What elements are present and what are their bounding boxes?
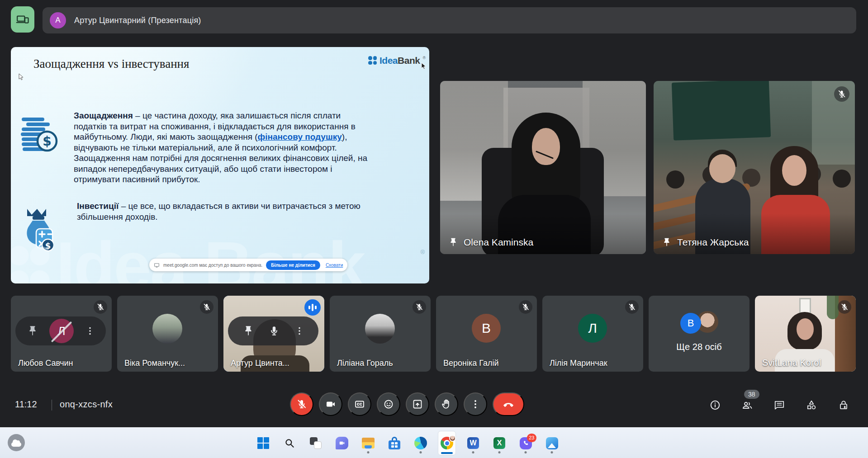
tile-name-row: Тетяна Жарська [662, 237, 749, 248]
edge-icon [414, 437, 427, 449]
mic-off-indicator [838, 300, 851, 314]
chat-bubble-icon [336, 437, 348, 449]
task-view-button[interactable] [307, 431, 325, 455]
word-button[interactable]: W [464, 431, 482, 455]
more-options-button[interactable] [464, 392, 487, 416]
more-people-label: Ще 28 осіб [649, 342, 749, 352]
person-face [797, 318, 814, 340]
student-silhouette [666, 170, 684, 189]
more-options-icon[interactable] [85, 326, 95, 336]
windows-taskbar: W X 23 УКР 11:12 22.03.2024 2 [0, 427, 868, 458]
chat-button[interactable] [773, 398, 785, 412]
savings-term: Заощадження [74, 111, 133, 120]
participant-tile-svitlana-korol[interactable]: SvitLana Korol [755, 296, 856, 372]
search-icon [284, 437, 295, 449]
avatar-letter: Л [57, 324, 65, 338]
more-options-icon[interactable] [294, 326, 304, 336]
mic-off-icon [296, 399, 307, 410]
pinned-tile-tetiana-zharska[interactable]: Тетяна Жарська [654, 81, 855, 254]
teams-chat-button[interactable] [333, 431, 351, 455]
financial-cushion-link[interactable]: фінансову подушку [258, 132, 342, 142]
weather-widget[interactable] [8, 434, 25, 451]
hand-icon [441, 398, 452, 410]
participant-tile-artur-speaking[interactable]: Артур Цвинта... [223, 296, 324, 372]
chrome-button-active[interactable] [438, 431, 456, 455]
present-button[interactable] [406, 392, 429, 416]
logo-registered-mark: ® [422, 56, 426, 60]
shapes-icon [806, 399, 817, 411]
student-front-left-face [709, 154, 735, 183]
call-controls [290, 392, 524, 416]
chalkboard-shape [672, 81, 771, 141]
activities-button[interactable] [806, 398, 817, 412]
investments-text: – це все, що вкладається в активи чи вит… [77, 201, 360, 222]
presenter-banner: A Артур Цвинтарний (Презентація) [43, 7, 856, 33]
mic-off-indicator [834, 86, 849, 102]
mic-off-icon [203, 303, 211, 311]
viber-unread-badge: 23 [527, 434, 536, 442]
stop-sharing-button[interactable]: Більше не ділитися [266, 260, 320, 270]
edge-button[interactable] [412, 431, 430, 455]
excel-button[interactable]: X [490, 431, 508, 455]
screen-share-indicator[interactable] [11, 6, 34, 33]
camera-icon [325, 399, 336, 410]
remote-cursor-icon [18, 73, 24, 80]
people-icon [741, 399, 753, 411]
photos-button[interactable] [543, 431, 561, 455]
pin-icon[interactable] [242, 325, 254, 337]
name-gradient [440, 213, 646, 254]
captions-button[interactable] [348, 392, 371, 416]
participant-name: Тетяна Жарська [677, 237, 749, 248]
slide-paragraph-investments: Інвестиції – це все, що вкладається в ак… [77, 201, 366, 222]
taskbar-search[interactable] [280, 431, 299, 455]
pin-icon[interactable] [27, 325, 38, 337]
tile-hover-toolbar: Л [15, 316, 106, 345]
pinned-tile-olena-kaminska[interactable]: Olena Kaminska [440, 81, 646, 254]
participant-tile-vika-romanchuk[interactable]: Віка Романчук... [117, 296, 218, 372]
ideabank-logo: IdeaBank ® [368, 55, 426, 66]
participant-tile-liubov-savchyn[interactable]: Л Любов Савчин [11, 296, 112, 372]
file-explorer-button[interactable] [359, 431, 377, 455]
folder-icon [362, 438, 375, 449]
speaking-indicator [304, 299, 321, 316]
more-options-icon [470, 399, 481, 410]
participants-button[interactable]: 38 [741, 398, 753, 412]
avatar[interactable]: Л [49, 319, 74, 343]
mic-off-icon [415, 303, 423, 311]
hide-notice-link[interactable]: Сховати [326, 263, 343, 268]
mute-mic-button[interactable] [290, 392, 313, 416]
start-button[interactable] [254, 431, 272, 455]
devices-icon [16, 13, 29, 26]
word-icon: W [467, 437, 479, 449]
avatar-letter: В [482, 321, 491, 336]
mic-off-icon [840, 303, 849, 311]
avatar-photo [365, 314, 395, 344]
picture-frame-shape [799, 298, 811, 314]
participant-name: Лілія Маринчак [550, 359, 607, 368]
microsoft-store-button[interactable] [385, 431, 403, 455]
participant-name: SvitLana Korol [762, 358, 821, 368]
mic-off-indicator [94, 300, 107, 314]
meeting-code: onq-xzcs-nfx [60, 399, 113, 410]
pin-icon[interactable] [662, 237, 672, 247]
pin-icon[interactable] [448, 237, 458, 247]
reactions-button[interactable] [377, 392, 400, 416]
shared-screen-slide: Заощадження vs інвестування IdeaBank ® $… [11, 47, 429, 283]
savings-text-c: Заощадження нам потрібні для досягнення … [74, 153, 376, 185]
host-controls-button[interactable] [838, 398, 849, 412]
participant-tile-lilia-marynchak[interactable]: Л Лілія Маринчак [542, 296, 643, 372]
participant-name: Віка Романчук... [124, 359, 185, 368]
excel-icon: X [493, 437, 505, 449]
camera-button[interactable] [319, 392, 342, 416]
raise-hand-button[interactable] [435, 392, 458, 416]
overflow-tile-more-people[interactable]: В Ще 28 осіб [649, 296, 749, 372]
mic-icon[interactable] [268, 325, 280, 337]
viber-button[interactable]: 23 [517, 431, 535, 455]
task-view-icon [310, 437, 322, 449]
participant-tile-liliana-horal[interactable]: Ліліана Гораль [330, 296, 431, 372]
slide-title: Заощадження vs інвестування [33, 57, 189, 71]
participant-tile-veronika-halii[interactable]: В Вероніка Галій [436, 296, 537, 372]
meeting-details-button[interactable] [709, 398, 721, 412]
end-call-button[interactable] [493, 392, 524, 416]
camera-icon [339, 440, 345, 446]
